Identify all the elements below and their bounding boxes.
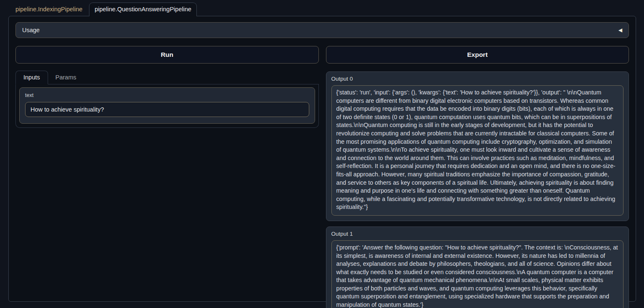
tab-inputs[interactable]: Inputs xyxy=(15,71,48,84)
io-subtabs: Inputs Params xyxy=(15,71,319,84)
output-1-panel: Output 1 {'prompt': 'Answer the followin… xyxy=(326,227,629,308)
inputs-panel: text xyxy=(19,87,315,124)
output-1-textbox[interactable]: {'prompt': 'Answer the following questio… xyxy=(331,240,624,308)
text-field-label: text xyxy=(25,92,309,98)
output-0-panel: Output 0 {'status': 'run', 'input': {'ar… xyxy=(326,71,629,221)
text-input[interactable] xyxy=(25,102,309,117)
left-column: Run Inputs Params text xyxy=(15,46,319,128)
export-button[interactable]: Export xyxy=(326,46,629,64)
tab-question-answering-pipeline[interactable]: pipeline.QuestionAnsweringPipeline xyxy=(89,3,196,16)
main-columns: Run Inputs Params text Export Output 0 {… xyxy=(15,46,629,308)
tab-params[interactable]: Params xyxy=(48,71,84,84)
output-0-label: Output 0 xyxy=(331,76,624,82)
tab-indexing-pipeline[interactable]: pipeline.IndexingPipeline xyxy=(9,3,89,16)
collapse-arrow-icon: ◀ xyxy=(619,28,622,33)
output-0-textbox[interactable]: {'status': 'run', 'input': {'args': (), … xyxy=(331,85,624,216)
pipeline-tab-content: Usage ◀ Run Inputs Params text Export Ou… xyxy=(8,16,636,302)
inputs-tab-content: text xyxy=(15,84,319,128)
usage-accordion-title: Usage xyxy=(22,27,40,33)
run-button[interactable]: Run xyxy=(15,46,319,64)
usage-accordion[interactable]: Usage ◀ xyxy=(15,22,629,38)
pipeline-tabbar: pipeline.IndexingPipeline pipeline.Quest… xyxy=(0,0,644,16)
output-1-label: Output 1 xyxy=(331,231,624,237)
right-column: Export Output 0 {'status': 'run', 'input… xyxy=(326,46,629,308)
